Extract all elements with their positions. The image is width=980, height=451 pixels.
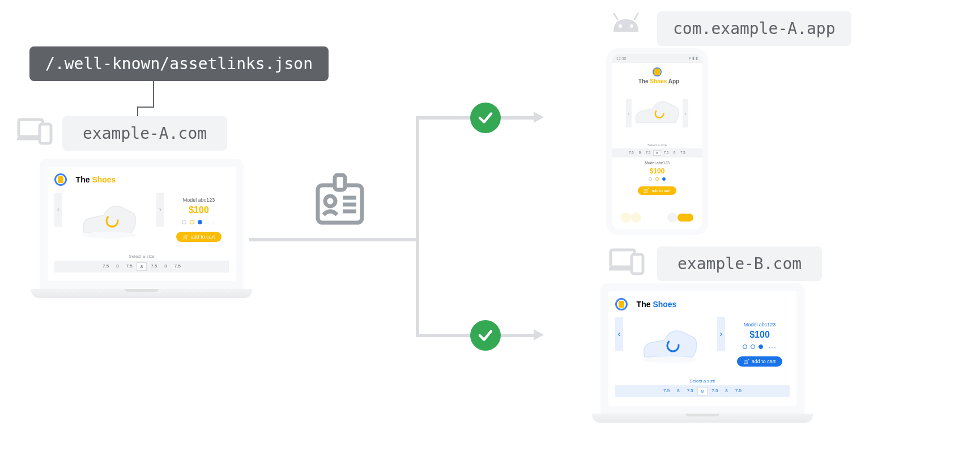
- connector-horizontal: [137, 107, 154, 108]
- carousel-next[interactable]: ›: [717, 317, 725, 351]
- laptop-target: The Shoes ‹ › Model abc123 $100 ··· add …: [600, 283, 810, 423]
- android-icon: [609, 11, 643, 34]
- flow-line: [416, 116, 419, 337]
- svg-point-11: [619, 24, 622, 28]
- product-price: $100: [169, 205, 229, 215]
- brand-logo-icon: [54, 173, 67, 186]
- phone-target: 12:30▾▮▮ The Shoes App ‹ › Select a size…: [606, 48, 708, 235]
- arrow-icon: [534, 112, 544, 123]
- svg-line-13: [614, 14, 617, 19]
- svg-rect-2: [40, 124, 51, 143]
- connector-vertical: [153, 79, 154, 108]
- checkmark-icon: [470, 103, 501, 133]
- svg-point-7: [325, 196, 335, 206]
- svg-line-14: [634, 14, 638, 19]
- credential-icon: [314, 173, 365, 232]
- svg-rect-18: [632, 254, 643, 274]
- size-list: 7.587.587.587.5: [54, 261, 229, 273]
- product-price: $100: [612, 167, 702, 175]
- product-image: [632, 95, 683, 132]
- assetlinks-path-label: /.well-known/assetlinks.json: [29, 46, 329, 81]
- product-model: Model abc123: [169, 197, 229, 203]
- svg-rect-6: [335, 175, 345, 190]
- search-icon[interactable]: [631, 212, 641, 223]
- product-image: [67, 193, 152, 249]
- size-selector[interactable]: Select a size 7.587.587.587.5: [54, 254, 229, 273]
- size-selector[interactable]: Select a size 7.587.587.587.5: [615, 378, 790, 397]
- color-swatches[interactable]: [612, 177, 702, 181]
- color-swatches[interactable]: ···: [169, 220, 229, 226]
- laptop-source: The Shoes ‹ › Model abc123 $100 ··· add …: [40, 159, 249, 298]
- target-domain-label: example-B.com: [657, 246, 822, 281]
- nav-icon[interactable]: [667, 212, 678, 223]
- devices-icon: [609, 246, 646, 276]
- nav-pill[interactable]: [678, 214, 693, 222]
- carousel-prev[interactable]: ‹: [54, 193, 62, 227]
- product-model: Model abc123: [730, 322, 790, 327]
- carousel-next[interactable]: ›: [683, 99, 688, 127]
- brand-logo-icon: [615, 298, 628, 310]
- add-to-cart-button[interactable]: add to cart: [176, 232, 222, 242]
- connector-vertical-2: [137, 107, 138, 117]
- app-package-label: com.example-A.app: [657, 11, 851, 46]
- brand-name: The Shoes: [637, 300, 677, 309]
- phone-statusbar: 12:30▾▮▮: [612, 54, 702, 63]
- svg-point-3: [82, 232, 137, 239]
- brand-name: The Shoes App: [615, 78, 702, 84]
- checkmark-icon: [470, 320, 501, 351]
- arrow-icon: [534, 329, 544, 341]
- phone-bottom-nav[interactable]: [617, 211, 697, 224]
- brand-logo-icon: [653, 67, 662, 76]
- product-price: $100: [730, 330, 790, 340]
- brand-name: The Shoes: [76, 175, 116, 184]
- carousel-prev[interactable]: ‹: [626, 99, 632, 127]
- source-domain-label: example-A.com: [62, 116, 227, 151]
- flow-line: [249, 238, 419, 241]
- carousel-prev[interactable]: ‹: [615, 317, 623, 351]
- color-swatches[interactable]: ···: [730, 344, 790, 351]
- carousel-next[interactable]: ›: [156, 193, 164, 227]
- devices-icon: [17, 116, 54, 146]
- size-selector[interactable]: Select a size 7.587.587.587.5: [612, 143, 702, 158]
- home-icon[interactable]: [621, 212, 631, 223]
- svg-point-12: [630, 24, 633, 28]
- svg-point-19: [643, 356, 697, 363]
- product-model: Model abc123: [612, 161, 702, 165]
- product-image: [628, 317, 713, 374]
- add-to-cart-button[interactable]: add to cart: [638, 186, 676, 195]
- add-to-cart-button[interactable]: add to cart: [737, 356, 783, 367]
- size-list: 7.587.587.587.5: [615, 385, 790, 397]
